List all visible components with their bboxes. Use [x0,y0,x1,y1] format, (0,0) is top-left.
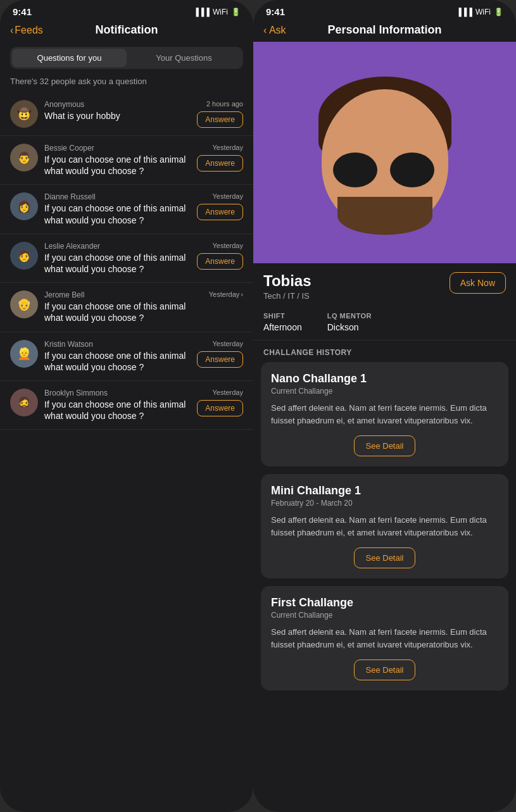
profile-role: Tech / IT / IS [263,291,311,301]
notif-time: Yesterday [212,144,243,151]
challenge-title: Nano Challange 1 [271,372,498,385]
right-status-icons: ▐▐▐ WiFi 🔋 [456,8,503,16]
left-back-label: Feeds [15,25,42,36]
left-nav-bar: ‹ Feeds Notification [0,21,253,42]
profile-name: Tobias [263,272,311,290]
challenge-subtitle: Februatry 20 - March 20 [271,499,498,508]
left-nav-title: Notification [96,23,158,37]
notif-time: 2 hours ago [206,100,243,108]
notif-right: Yesterday Answere [197,192,243,220]
left-panel: 9:41 ▐▐▐ WiFi 🔋 ‹ Feeds Notification Que… [0,0,253,812]
notif-message: If you can choose one of this animal wha… [44,203,192,225]
left-status-icons: ▐▐▐ WiFi 🔋 [193,8,241,16]
notif-name: Jerome Bell [44,290,204,299]
tab-questions-for-you[interactable]: Questions for you [12,49,127,67]
wifi-icon: WiFi [475,8,491,16]
right-nav-bar: ‹ Ask Personal Information [253,21,516,42]
answer-button[interactable]: Answere [197,351,243,368]
notif-right: Yesterday › [209,290,243,298]
answer-button[interactable]: Answere [197,155,243,172]
notif-time: Yesterday [212,192,243,200]
memoji-glasses-right [390,153,434,187]
see-detail-button-1[interactable]: See Detail [354,435,416,456]
challenge-card-2: Mini Challange 1 Februatry 20 - March 20… [261,474,508,578]
list-item: 👨 Bessie Cooper If you can choose one of… [0,136,253,185]
right-status-bar: 9:41 ▐▐▐ WiFi 🔋 [253,0,516,21]
notif-content: Dianne Russell If you can choose one of … [44,192,192,225]
profile-memoji [303,64,467,241]
mentor-label: LQ MENTOR [327,312,372,320]
right-panel: 9:41 ▐▐▐ WiFi 🔋 ‹ Ask Personal Informati… [253,0,516,812]
shift-label: SHIFT [263,312,285,320]
challenge-description: Sed affert delenit ea. Nam at ferri face… [271,626,498,651]
ask-now-button[interactable]: Ask Now [450,272,506,294]
challenge-title: Mini Challange 1 [271,484,498,497]
left-back-button[interactable]: ‹ Feeds [10,25,43,36]
right-nav-title: Personal Information [327,23,441,37]
chevron-left-icon: ‹ [263,25,267,35]
chevron-right-icon: › [241,290,243,298]
notif-name: Leslie Alexander [44,242,192,251]
profile-details: SHIFT Afternoon LQ MENTOR Dickson [253,307,516,340]
notif-right: Yesterday Answere [197,144,243,172]
answer-button[interactable]: Answere [197,400,243,416]
notif-right: Yesterday Answere [197,340,243,368]
notif-message: What is your hobby [44,110,192,122]
list-item: 🧔 Brooklyn Simmons If you can choose one… [0,381,253,430]
right-status-time: 9:41 [266,6,285,17]
right-back-button[interactable]: ‹ Ask [263,25,286,36]
tab-your-questions[interactable]: Your Questions [127,49,241,67]
notif-content: Anonymous What is your hobby [44,100,192,122]
notif-right: Yesterday Answere [197,389,243,416]
notif-name: Dianne Russell [44,192,192,201]
notif-right: 2 hours ago Answere [197,100,243,128]
memoji-beard [337,197,432,235]
notif-message: If you can choose one of this animal wha… [44,399,192,422]
notif-message: If you can choose one of this animal wha… [44,252,192,275]
mentor-value: Dickson [327,322,372,332]
answer-button[interactable]: Answere [197,204,243,220]
avatar: 👱 [10,340,38,368]
notif-message: If you can choose one of this animal wha… [44,154,192,177]
battery-icon: 🔋 [494,8,503,16]
profile-info: Tobias Tech / IT / IS Ask Now [253,263,516,307]
signal-icon: ▐▐▐ [456,8,472,16]
see-detail-button-3[interactable]: See Detail [354,659,416,680]
chevron-left-icon: ‹ [10,25,13,36]
challenge-card-1: Nano Challange 1 Current Challange Sed a… [261,362,508,466]
notif-name: Brooklyn Simmons [44,389,192,397]
avatar: 👴 [10,290,38,318]
challenge-description: Sed affert delenit ea. Nam at ferri face… [271,402,498,427]
notif-name: Anonymous [44,100,192,109]
notif-right: Yesterday Answere [197,242,243,270]
list-item: 👱 Kristin Watson If you can choose one o… [0,332,253,381]
notif-message: If you can choose one of this animal wha… [44,350,192,373]
avatar: 🤠 [10,100,38,128]
challenge-title: First Challange [271,596,498,609]
battery-icon: 🔋 [231,8,241,16]
memoji-glasses-left [333,153,377,187]
answer-button[interactable]: Answere [197,111,243,128]
answer-button[interactable]: Answere [197,253,243,270]
challenge-subtitle: Current Challange [271,387,498,396]
list-item: 🧑 Leslie Alexander If you can choose one… [0,234,253,283]
notif-time: Yesterday [212,389,243,396]
notif-name: Kristin Watson [44,340,192,349]
list-item: 👩 Dianne Russell If you can choose one o… [0,185,253,234]
list-item: 👴 Jerome Bell If you can choose one of t… [0,283,253,332]
notification-list: 🤠 Anonymous What is your hobby 2 hours a… [0,92,253,803]
notif-time: Yesterday › [209,290,243,298]
wifi-icon: WiFi [213,8,228,16]
avatar: 👩 [10,192,38,220]
signal-icon: ▐▐▐ [193,8,210,16]
see-detail-button-2[interactable]: See Detail [354,547,416,568]
notif-content: Kristin Watson If you can choose one of … [44,340,192,373]
notif-content: Brooklyn Simmons If you can choose one o… [44,389,192,422]
avatar: 👨 [10,144,38,172]
avatar: 🧔 [10,389,38,416]
left-status-bar: 9:41 ▐▐▐ WiFi 🔋 [0,0,253,21]
list-item: 🤠 Anonymous What is your hobby 2 hours a… [0,92,253,136]
shift-detail: SHIFT Afternoon [263,309,302,332]
notification-count-text: There's 32 people ask you a question [0,77,253,92]
challenge-history-label: CHALLANGE HISTORY [253,340,516,362]
